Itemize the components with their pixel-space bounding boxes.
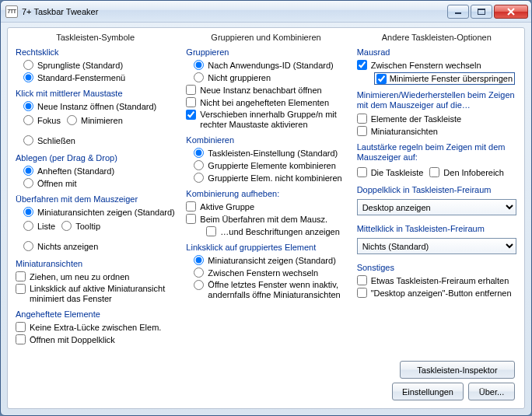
column-other: Andere Taskleisten-Optionen Mausrad Zwis… <box>357 33 516 376</box>
label-lc-last: Öffne letztes Fenster wenn inaktiv, ande… <box>208 280 345 300</box>
label-openwith: Öffnen mit <box>37 178 77 189</box>
check-wheel-cycle[interactable] <box>357 60 367 70</box>
check-notpinned[interactable] <box>186 97 196 107</box>
svg-rect-2 <box>478 9 485 10</box>
titlebar[interactable]: 7TT 7+ Taskbar Tweaker <box>1 1 531 23</box>
label-thumbs: Miniaturansichten zeigen (Standard) <box>37 207 175 218</box>
label-wheel-cycle: Zwischen Fenstern wechseln <box>371 60 481 71</box>
radio-cmb-grouped[interactable] <box>194 160 204 170</box>
check-thumbs2[interactable] <box>357 126 367 136</box>
label-list: Liste <box>37 221 55 232</box>
section-rightclick: Rechtsklick <box>16 47 175 57</box>
check-labels[interactable] <box>206 226 216 236</box>
radio-pin[interactable] <box>23 166 33 176</box>
about-button[interactable]: Über... <box>468 383 515 400</box>
section-hover: Überfahren mit dem Mauszeiger <box>16 194 175 204</box>
radio-openwith[interactable] <box>23 178 33 188</box>
radio-list[interactable] <box>23 221 33 231</box>
label-leftmin: Linksklick auf aktive Miniaturansicht mi… <box>30 284 175 304</box>
label-reserve: Etwas Taskleisten-Freiraum erhalten <box>371 275 509 286</box>
app-window: 7TT 7+ Taskbar Tweaker Taskleisten-Symbo… <box>0 0 532 416</box>
label-close: Schließen <box>37 135 75 146</box>
column-taskbar-icons: Taskleisten-Symbole Rechtsklick Sprungli… <box>16 33 175 376</box>
label-lc-thumb: Miniaturansicht zeigen (Standard) <box>208 255 335 266</box>
settings-button[interactable]: Einstellungen <box>392 383 464 400</box>
col3-header: Andere Taskleisten-Optionen <box>357 33 516 42</box>
combo-dblclick[interactable]: Desktop anzeigen <box>357 199 516 215</box>
maximize-button[interactable] <box>471 5 492 19</box>
label-tbitems: Elemente der Taskleiste <box>371 114 462 124</box>
radio-thumbs[interactable] <box>23 207 33 217</box>
section-combine: Kombinieren <box>186 135 345 145</box>
check-onhover[interactable] <box>186 214 196 224</box>
radio-stdmenu[interactable] <box>23 72 33 82</box>
check-vol-taskbar[interactable] <box>357 167 367 177</box>
radio-close[interactable] <box>23 135 33 145</box>
check-adjacent[interactable] <box>186 85 196 95</box>
label-skipmin: Minimierte Fenster überspringen <box>390 73 513 84</box>
radio-lc-thumb[interactable] <box>194 255 204 265</box>
section-dblclick-empty: Doppelklick in Taskleisten-Freiraum <box>357 185 516 194</box>
inspector-button[interactable]: Taskleisten-Inspektor <box>400 361 515 379</box>
label-dblclick: Öffnen mit Doppelklick <box>30 334 115 345</box>
radio-jumplist[interactable] <box>23 60 33 70</box>
label-nothing: Nichts anzeigen <box>37 241 98 252</box>
radio-cmb-never[interactable] <box>194 173 204 183</box>
check-rightdrag[interactable] <box>186 110 196 120</box>
label-nogap: Keine Extra-Lücke zwischen Elem. <box>30 322 161 333</box>
combo-midclick[interactable]: Nichts (Standard) <box>357 238 516 254</box>
section-drop: Ablegen (per Drag & Drop) <box>16 153 175 163</box>
check-dragreorder[interactable] <box>16 271 26 281</box>
section-leftclick: Linksklick auf gruppiertes Element <box>186 243 345 252</box>
section-group: Gruppieren <box>186 47 345 57</box>
label-hidedesktop: "Desktop anzeigen"-Button entfernen <box>371 288 512 299</box>
close-button[interactable] <box>494 5 528 19</box>
bottom-button-bar: Taskleisten-Inspektor Einstellungen Über… <box>392 361 515 400</box>
radio-newinst[interactable] <box>23 101 33 111</box>
radio-focus[interactable] <box>23 115 33 125</box>
section-volume: Lautstärke regeln beim Zeigen mit dem Ma… <box>357 142 516 163</box>
label-cmb-taskbar: Taskleisten-Einstellung (Standard) <box>208 148 338 159</box>
radio-nothing[interactable] <box>23 241 33 251</box>
check-nogap[interactable] <box>16 322 26 332</box>
check-reserve[interactable] <box>357 275 367 285</box>
label-nogroup: Nicht gruppieren <box>208 72 271 83</box>
column-group-combine: Gruppieren und Kombinieren Gruppieren Na… <box>186 33 345 376</box>
label-stdmenu: Standard-Fenstermenü <box>37 72 125 83</box>
radio-lc-cycle[interactable] <box>194 267 204 278</box>
label-thumbs2: Miniaturansichten <box>371 126 438 137</box>
check-leftmin[interactable] <box>16 284 26 294</box>
window-title: 7+ Taskbar Tweaker <box>22 7 446 16</box>
section-wheel: Mausrad <box>357 47 516 57</box>
label-pin: Anheften (Standard) <box>37 166 114 177</box>
section-decombine: Kombinierung aufheben: <box>186 189 345 198</box>
section-pinned: Angeheftete Elemente <box>16 309 175 319</box>
main-panel: Taskleisten-Symbole Rechtsklick Sprungli… <box>7 27 525 409</box>
check-vol-tray[interactable] <box>429 167 439 177</box>
label-newinst: Neue Instanz öffnen (Standard) <box>37 101 156 112</box>
app-icon: 7TT <box>5 5 18 18</box>
radio-minimize[interactable] <box>67 115 77 125</box>
check-hidedesktop[interactable] <box>357 288 367 298</box>
section-middleclick: Klick mit mittlerer Maustaste <box>16 89 175 98</box>
check-skipmin[interactable] <box>376 74 387 84</box>
radio-nogroup[interactable] <box>194 72 204 82</box>
radio-byapp[interactable] <box>194 60 204 70</box>
section-thumbs: Miniaturansichten <box>16 259 175 268</box>
label-rightdrag: Verschieben innerhalb Gruppe/n mit recht… <box>200 110 345 130</box>
label-byapp: Nach Anwendungs-ID (Standard) <box>208 60 333 71</box>
minimize-button[interactable] <box>447 5 469 19</box>
label-labels: …und Beschriftungen anzeigen <box>220 226 340 237</box>
check-active[interactable] <box>186 201 196 211</box>
col2-header: Gruppieren und Kombinieren <box>186 33 345 42</box>
label-dragreorder: Ziehen, um neu zu ordnen <box>30 271 129 282</box>
radio-lc-last[interactable] <box>194 280 204 290</box>
section-minrestore: Minimieren/Wiederherstellen beim Zeigen … <box>357 90 516 110</box>
check-dblclick[interactable] <box>16 334 26 344</box>
section-midclick-empty: Mittelklick in Taskleisten-Freiraum <box>357 224 516 233</box>
check-tbitems[interactable] <box>357 114 367 124</box>
radio-cmb-taskbar[interactable] <box>194 148 204 158</box>
radio-tooltip[interactable] <box>61 221 72 231</box>
label-active: Aktive Gruppe <box>200 201 254 212</box>
label-vol-taskbar: Die Taskleiste <box>371 167 424 178</box>
